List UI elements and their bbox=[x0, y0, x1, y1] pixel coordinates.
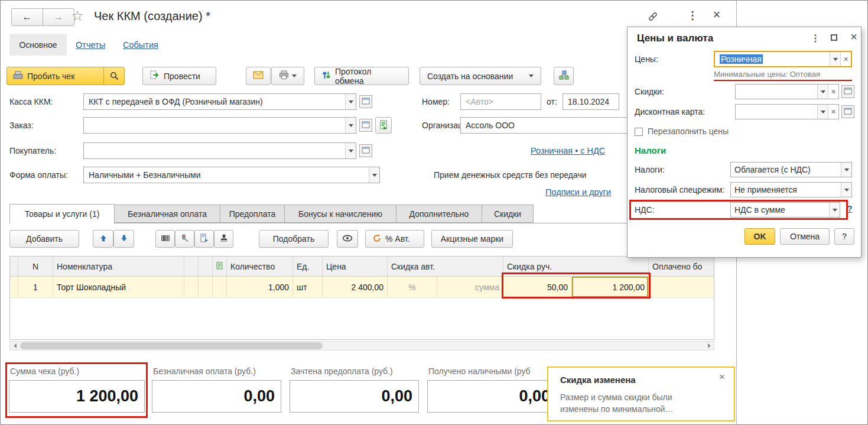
favorite-star-icon[interactable]: ☆ bbox=[69, 8, 86, 24]
date-input[interactable]: 18.10.2024 bbox=[563, 93, 619, 110]
dialog-more-icon[interactable]: ⋮ bbox=[810, 31, 821, 44]
exchange-protocol-button[interactable]: Протокол обмена bbox=[314, 67, 409, 85]
buyer-dropdown-icon[interactable] bbox=[345, 143, 356, 158]
barcode-button[interactable] bbox=[155, 230, 175, 248]
tab-events[interactable]: События bbox=[123, 40, 158, 50]
payment-dropdown-icon[interactable] bbox=[369, 167, 379, 183]
cell-paid[interactable] bbox=[649, 277, 714, 297]
view-button[interactable] bbox=[337, 230, 358, 248]
section-tab-discounts[interactable]: Скидки bbox=[482, 205, 534, 223]
col-n[interactable]: N bbox=[18, 257, 53, 276]
toast-close-icon[interactable]: × bbox=[716, 371, 728, 383]
discounts-open-button[interactable] bbox=[841, 85, 854, 98]
col-price[interactable]: Цена bbox=[323, 257, 388, 276]
tab-reports[interactable]: Отчеты bbox=[76, 40, 105, 50]
cancel-button[interactable]: Отмена bbox=[780, 228, 830, 245]
col-disc-auto[interactable]: Скидка авт. bbox=[388, 257, 503, 276]
move-up-button[interactable] bbox=[93, 230, 113, 248]
col-qty[interactable]: Количество bbox=[227, 257, 293, 276]
vat-select[interactable]: НДС в сумме bbox=[730, 202, 840, 218]
exchange-protocol-label: Протокол обмена bbox=[335, 67, 401, 86]
price-type-link[interactable]: Розничная • с НДС bbox=[531, 146, 605, 155]
fill-from-order-button[interactable] bbox=[375, 117, 392, 134]
add-row-label: Добавить bbox=[26, 234, 63, 244]
kassa-input[interactable]: ККТ с передачей в ОФД (Розничный магазин… bbox=[83, 93, 356, 110]
scanner-button[interactable] bbox=[175, 230, 194, 248]
vat-help-link[interactable]: ? bbox=[847, 204, 853, 213]
cell-qty[interactable]: 1,000 bbox=[227, 277, 293, 297]
tax-regime-select[interactable]: Не применяется bbox=[730, 182, 852, 197]
section-tab-goods[interactable]: Товары и услуги (1) bbox=[9, 204, 115, 223]
col-nomenclature[interactable]: Номенклатура bbox=[53, 257, 184, 276]
dialog-maximize-icon[interactable] bbox=[831, 34, 837, 41]
discounts-dropdown-icon[interactable] bbox=[817, 85, 828, 99]
discount-card-open-button[interactable] bbox=[841, 105, 854, 118]
copy-link-icon[interactable] bbox=[646, 10, 659, 23]
discount-card-input[interactable]: × bbox=[735, 104, 839, 119]
discounts-clear-icon[interactable]: × bbox=[828, 85, 838, 99]
post-document-icon bbox=[150, 70, 160, 82]
cell-disc-manual-pct[interactable]: 50,00 bbox=[503, 277, 572, 297]
create-based-on-button[interactable]: Создать на основании bbox=[420, 67, 541, 85]
section-tab-prepay[interactable]: Предоплата bbox=[220, 205, 285, 223]
col-paid[interactable]: Оплачено бо bbox=[649, 257, 714, 276]
kassa-open-button[interactable] bbox=[359, 95, 372, 108]
print-dropdown-icon bbox=[292, 74, 297, 77]
col-disc-manual[interactable]: Скидка руч. bbox=[503, 257, 649, 276]
discount-card-dropdown-icon[interactable] bbox=[817, 105, 828, 119]
more-menu-icon[interactable]: ⋮ bbox=[686, 8, 699, 22]
section-tab-cashless[interactable]: Безналичная оплата bbox=[114, 205, 220, 223]
section-tab-bonus[interactable]: Бонусы к начислению bbox=[284, 205, 396, 223]
cell-unit[interactable]: шт bbox=[293, 277, 323, 297]
payment-form-input[interactable]: Наличными + Безналичными bbox=[83, 167, 380, 183]
order-input[interactable] bbox=[83, 117, 356, 134]
scroll-left-icon[interactable] bbox=[10, 342, 19, 350]
window-close-icon[interactable]: × bbox=[710, 7, 724, 22]
email-button[interactable] bbox=[246, 67, 271, 85]
dialog-close-icon[interactable]: × bbox=[847, 30, 860, 44]
section-tab-extra[interactable]: Дополнительно bbox=[396, 205, 482, 223]
auto-discount-button[interactable]: % Авт. bbox=[365, 230, 424, 248]
prices-clear-icon[interactable]: × bbox=[840, 52, 851, 66]
scroll-right-icon[interactable] bbox=[704, 342, 714, 350]
fiscal-search-icon[interactable] bbox=[103, 67, 124, 85]
data-terminal-button[interactable] bbox=[194, 230, 214, 248]
print-button[interactable] bbox=[271, 67, 304, 85]
table-row[interactable]: 1 Торт Шоколадный 1,000 шт 2 400,00 % су… bbox=[10, 277, 714, 298]
cell-price[interactable]: 2 400,00 bbox=[323, 277, 388, 297]
scrollbar-thumb[interactable] bbox=[20, 342, 323, 349]
back-button[interactable]: ← bbox=[11, 8, 43, 26]
prices-input[interactable]: Розничная × bbox=[714, 51, 852, 67]
kassa-dropdown-icon[interactable] bbox=[345, 94, 356, 109]
buyer-input[interactable] bbox=[83, 142, 356, 159]
add-row-button[interactable]: Добавить bbox=[9, 230, 79, 248]
cell-disc-manual-sum[interactable]: 1 200,00 bbox=[572, 277, 649, 297]
pick-button[interactable]: Подобрать bbox=[259, 230, 329, 248]
move-down-button[interactable] bbox=[113, 230, 134, 248]
discounts-input[interactable]: × bbox=[735, 84, 839, 99]
dialog-help-button[interactable]: ? bbox=[834, 228, 854, 245]
col-unit[interactable]: Ед. bbox=[293, 257, 323, 276]
cell-disc-auto-pct[interactable]: % bbox=[388, 277, 437, 297]
stamp-button[interactable] bbox=[214, 230, 233, 248]
signatures-link[interactable]: Подписи и други bbox=[545, 187, 611, 197]
horizontal-scrollbar[interactable] bbox=[9, 341, 714, 351]
prices-dropdown-icon[interactable] bbox=[830, 52, 840, 66]
column-doc-icon bbox=[216, 262, 223, 271]
order-dropdown-icon[interactable] bbox=[345, 118, 356, 133]
number-input[interactable]: <Авто> bbox=[460, 93, 541, 110]
order-open-button[interactable] bbox=[359, 119, 372, 132]
punch-check-button[interactable]: Пробить чек bbox=[6, 67, 125, 85]
cell-disc-auto-sum[interactable]: сумма bbox=[437, 277, 503, 297]
discount-card-clear-icon[interactable]: × bbox=[828, 105, 838, 119]
excise-marks-button[interactable]: Акцизные марки bbox=[431, 230, 513, 248]
ok-button[interactable]: OK bbox=[745, 228, 775, 245]
back-icon: ← bbox=[22, 11, 32, 23]
post-button[interactable]: Провести bbox=[142, 67, 216, 85]
structure-button[interactable] bbox=[554, 67, 574, 85]
cell-nomenclature[interactable]: Торт Шоколадный bbox=[53, 277, 184, 297]
refill-prices-checkbox[interactable] bbox=[635, 128, 643, 136]
taxes-select[interactable]: Облагается (с НДС) bbox=[730, 162, 852, 177]
tab-main[interactable]: Основное bbox=[9, 34, 67, 56]
buyer-open-button[interactable] bbox=[359, 144, 372, 157]
